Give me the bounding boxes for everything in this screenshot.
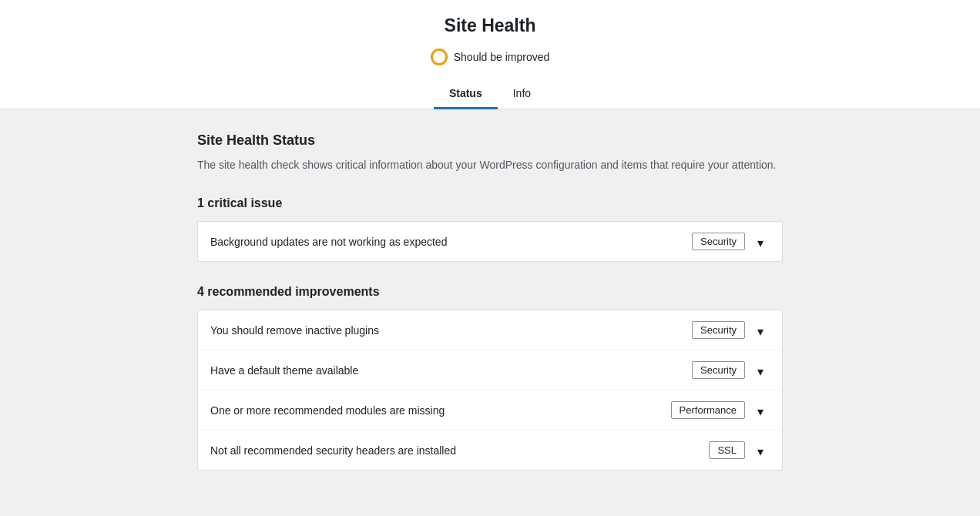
improvement-right-0: Security ▾: [692, 321, 770, 339]
improvement-expand-button-0[interactable]: ▾: [751, 323, 770, 338]
improvement-tag-0: Security: [692, 321, 745, 339]
status-text: Should be improved: [454, 51, 550, 63]
chevron-down-icon-3: ▾: [754, 444, 767, 457]
improvements-section: 4 recommended improvements You should re…: [197, 285, 783, 471]
critical-issue-label: Background updates are not working as ex…: [210, 236, 683, 248]
improvement-row-1: Have a default theme available Security …: [198, 350, 782, 390]
tab-status[interactable]: Status: [434, 81, 498, 109]
improvement-label-2: One or more recommended modules are miss…: [210, 404, 662, 417]
chevron-down-icon-0: ▾: [754, 324, 767, 337]
section-desc: The site health check shows critical inf…: [197, 156, 783, 173]
critical-issue-card: Background updates are not working as ex…: [197, 221, 783, 262]
improvement-tag-1: Security: [692, 361, 745, 379]
improvement-label-1: Have a default theme available: [210, 364, 683, 377]
chevron-down-icon-2: ▾: [754, 404, 767, 417]
critical-issue-expand-button[interactable]: ▾: [751, 234, 770, 250]
improvement-right-2: Performance ▾: [671, 401, 770, 419]
tab-info[interactable]: Info: [498, 81, 546, 109]
page-title: Site Health: [0, 15, 980, 36]
improvement-expand-button-3[interactable]: ▾: [751, 443, 770, 458]
critical-issues-heading: 1 critical issue: [197, 196, 783, 210]
improvement-tag-2: Performance: [671, 401, 745, 419]
recommended-heading: 4 recommended improvements: [197, 285, 783, 299]
critical-issue-tag: Security: [692, 233, 745, 250]
chevron-down-icon-1: ▾: [754, 364, 767, 377]
improvement-expand-button-1[interactable]: ▾: [751, 363, 770, 378]
improvement-right-3: SSL ▾: [709, 441, 770, 459]
improvements-card: You should remove inactive plugins Secur…: [197, 310, 783, 471]
critical-issue-row: Background updates are not working as ex…: [198, 222, 782, 261]
improvement-label-3: Not all recommended security headers are…: [210, 444, 700, 457]
critical-issue-right: Security ▾: [692, 233, 770, 250]
status-indicator: Should be improved: [431, 49, 550, 65]
improvement-expand-button-2[interactable]: ▾: [751, 403, 770, 418]
improvement-row-0: You should remove inactive plugins Secur…: [198, 310, 782, 350]
tabs: Status Info: [0, 81, 980, 109]
main-content: Site Health Status The site health check…: [182, 109, 798, 494]
improvement-label-0: You should remove inactive plugins: [210, 324, 683, 337]
improvement-tag-3: SSL: [709, 441, 745, 459]
improvement-row-3: Not all recommended security headers are…: [198, 431, 782, 470]
chevron-down-icon: ▾: [754, 236, 767, 248]
improvement-row-2: One or more recommended modules are miss…: [198, 390, 782, 431]
section-title: Site Health Status: [197, 132, 783, 149]
top-bar: Site Health Should be improved Status In…: [0, 0, 980, 109]
improvement-right-1: Security ▾: [692, 361, 770, 379]
status-circle-icon: [431, 49, 448, 65]
